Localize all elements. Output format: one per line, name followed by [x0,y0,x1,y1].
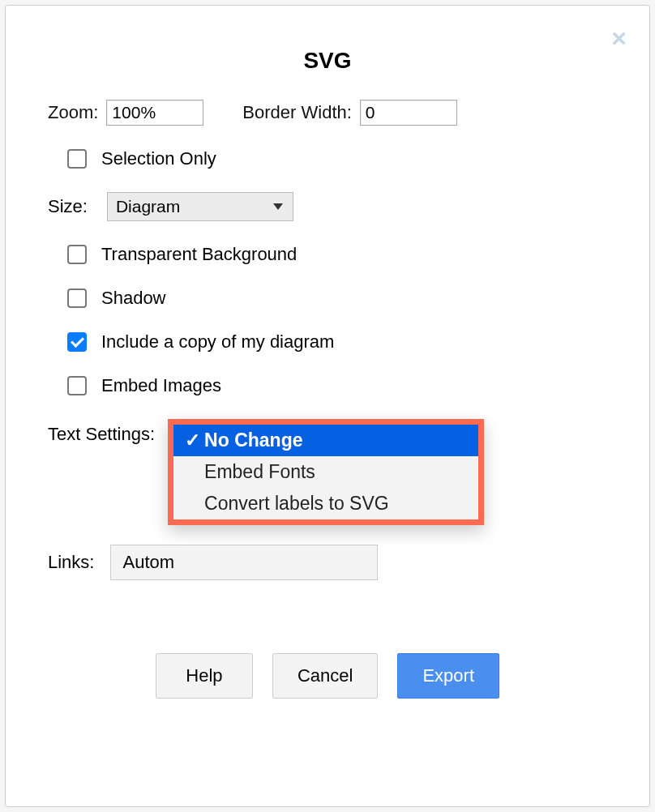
links-select[interactable]: Autom [110,545,378,580]
transparent-background-row: Transparent Background [48,244,607,265]
links-row: Links: Autom [48,545,607,580]
embed-images-row: Embed Images [48,375,607,396]
text-settings-option-no-change[interactable]: No Change [173,425,478,456]
size-select-value: Diagram [116,197,180,216]
border-group: Border Width: [242,100,457,126]
shadow-label: Shadow [101,288,166,309]
size-row: Size: Diagram [48,192,607,221]
help-button[interactable]: Help [156,653,253,699]
chevron-down-icon [273,203,283,210]
include-copy-label: Include a copy of my diagram [101,331,334,353]
border-width-label: Border Width: [242,102,352,123]
selection-only-checkbox[interactable] [67,149,87,169]
border-width-input[interactable] [360,100,457,126]
links-label: Links: [48,552,94,573]
size-label: Size: [48,196,88,217]
zoom-group: Zoom: [48,100,203,126]
text-settings-dropdown-container: No Change Embed Fonts Convert labels to … [168,419,484,525]
include-copy-row: Include a copy of my diagram [48,331,607,353]
dialog-title: SVG [48,48,607,74]
close-icon[interactable]: × [611,25,627,51]
option-label: Convert labels to SVG [204,493,389,515]
size-select[interactable]: Diagram [107,192,293,221]
text-settings-label: Text Settings: [48,424,155,445]
zoom-input[interactable] [106,100,203,126]
text-settings-dropdown: No Change Embed Fonts Convert labels to … [168,419,484,525]
shadow-row: Shadow [48,288,607,309]
zoom-border-row: Zoom: Border Width: [48,100,607,126]
option-label: Embed Fonts [204,461,315,483]
shadow-checkbox[interactable] [67,288,87,308]
text-settings-option-convert-labels[interactable]: Convert labels to SVG [173,488,478,519]
check-icon [185,430,204,451]
text-settings-row: Text Settings: No Change Embed Fonts Con… [48,419,607,525]
export-svg-dialog: × SVG Zoom: Border Width: Selection Only… [5,5,650,807]
include-copy-checkbox[interactable] [67,332,87,352]
selection-only-row: Selection Only [48,148,607,169]
dialog-button-row: Help Cancel Export [48,653,607,699]
text-settings-option-embed-fonts[interactable]: Embed Fonts [173,456,478,488]
transparent-background-label: Transparent Background [101,244,297,265]
zoom-label: Zoom: [48,102,98,123]
transparent-background-checkbox[interactable] [67,245,87,264]
export-button[interactable]: Export [397,653,499,699]
cancel-button[interactable]: Cancel [272,653,378,699]
links-select-value: Autom [122,552,174,573]
selection-only-label: Selection Only [101,148,216,169]
option-label: No Change [204,430,302,451]
embed-images-label: Embed Images [101,375,221,396]
embed-images-checkbox[interactable] [67,376,87,395]
size-select-wrapper: Diagram [107,192,293,221]
